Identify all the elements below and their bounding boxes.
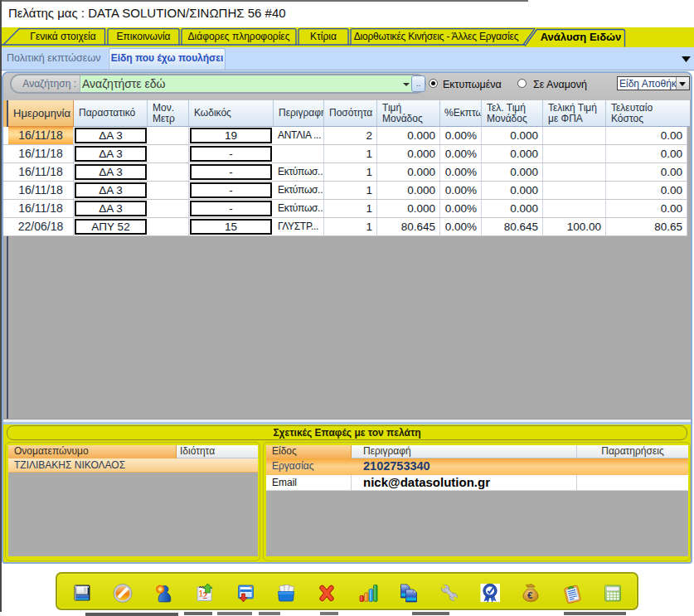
svg-text:€: € bbox=[527, 590, 533, 600]
